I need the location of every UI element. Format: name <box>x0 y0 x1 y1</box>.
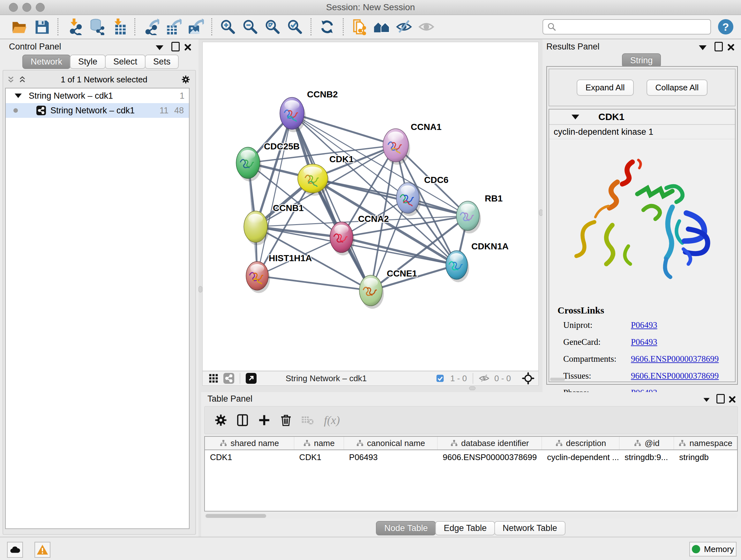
zoom-selected-button[interactable] <box>286 17 304 36</box>
crosslink-link[interactable]: P06493 <box>631 320 657 337</box>
import-network-from-database-button[interactable] <box>87 17 106 36</box>
first-neighbors-button[interactable] <box>373 17 391 36</box>
bottom-splitter-handle[interactable] <box>469 386 475 390</box>
warnings-button[interactable] <box>35 542 51 558</box>
copy-document-button[interactable] <box>350 17 368 36</box>
zoom-out-button[interactable] <box>241 17 259 36</box>
tab-network-table[interactable]: Network Table <box>494 521 565 536</box>
open-session-button[interactable] <box>10 17 29 36</box>
collection-expand-icon[interactable] <box>15 94 22 98</box>
gene-section-header[interactable]: CDK1 <box>549 110 735 125</box>
table-cell[interactable]: P06493 <box>344 450 437 464</box>
network-graph[interactable]: CCNB2CCNA1CDC25BCDK1CDC6RB1CCNB1CCNA2CDK… <box>203 42 538 371</box>
save-session-button[interactable] <box>32 17 51 36</box>
control-panel-menu-icon[interactable] <box>155 43 164 52</box>
column-header-shared-name[interactable]: shared name <box>205 437 294 449</box>
tab-edge-table[interactable]: Edge Table <box>435 521 495 536</box>
selected-checkbox-icon[interactable] <box>434 372 447 384</box>
column-header-namespace[interactable]: namespace <box>674 437 737 449</box>
cloud-button[interactable] <box>7 542 23 558</box>
tab-select[interactable]: Select <box>105 55 145 69</box>
import-network-from-file-button[interactable] <box>65 17 83 36</box>
column-header-description[interactable]: description <box>542 437 619 449</box>
search-input[interactable] <box>556 22 706 32</box>
table-panel-float-icon[interactable] <box>716 394 725 403</box>
edge-CCNB2-CCNE1[interactable] <box>292 113 371 291</box>
column-header-database-identifier[interactable]: database identifier <box>437 437 542 449</box>
node-CCNA2[interactable] <box>330 222 354 255</box>
create-column-plus-icon[interactable] <box>256 412 273 429</box>
tab-network[interactable]: Network <box>22 55 71 69</box>
network-overview-icon[interactable] <box>222 372 235 384</box>
export-table-button[interactable] <box>164 17 183 36</box>
refresh-button[interactable] <box>318 17 336 36</box>
control-panel-close-icon[interactable] <box>183 43 192 52</box>
detach-view-icon[interactable] <box>245 372 258 384</box>
edge-HIST1H1A-CCNE1[interactable] <box>257 276 371 291</box>
node-HIST1H1A[interactable] <box>246 261 270 293</box>
table-panel-close-icon[interactable] <box>728 395 737 404</box>
collapse-all-button[interactable]: Collapse All <box>647 79 708 96</box>
node-CDK1[interactable] <box>298 164 329 196</box>
table-cell[interactable]: stringdb <box>674 450 737 464</box>
zoom-fit-button[interactable] <box>263 17 282 36</box>
tab-style[interactable]: Style <box>70 55 106 69</box>
table-cell[interactable]: stringdb:9... <box>619 450 674 464</box>
edge-CCNB2-HIST1H1A[interactable] <box>257 113 292 276</box>
column-type-icon <box>450 439 458 447</box>
crosslink-link[interactable]: 9606.ENSP00000378699 <box>631 354 719 371</box>
table-row[interactable]: CDK1CDK1P064939606.ENSP00000378699cyclin… <box>205 450 737 464</box>
table-cell[interactable]: 9606.ENSP00000378699 <box>437 450 542 464</box>
help-button[interactable]: ? <box>718 19 733 35</box>
network-collection-row[interactable]: String Network – cdk1 1 <box>6 88 189 103</box>
search-box[interactable] <box>542 19 711 35</box>
results-panel-float-icon[interactable] <box>714 42 723 51</box>
node-CCNB2[interactable] <box>280 98 306 132</box>
gene-collapse-icon[interactable] <box>571 115 579 119</box>
table-cell[interactable]: CDK1 <box>294 450 344 464</box>
tab-node-table[interactable]: Node Table <box>376 521 436 536</box>
zoom-in-button[interactable] <box>219 17 237 36</box>
network-canvas[interactable]: CCNB2CCNA1CDC25BCDK1CDC6RB1CCNB1CCNA2CDK… <box>202 42 539 371</box>
fit-selected-target-icon[interactable] <box>522 372 535 384</box>
tab-string[interactable]: String <box>622 53 661 68</box>
column-header-@id[interactable]: @id <box>619 437 674 449</box>
export-network-button[interactable] <box>142 17 160 36</box>
node-CDKN1A[interactable] <box>446 251 469 282</box>
expand-all-networks-icon[interactable] <box>6 75 15 84</box>
edge-CCNB2-CCNA1[interactable] <box>292 113 396 145</box>
network-options-gear-icon[interactable] <box>181 75 190 84</box>
table-horizontal-scrollbar[interactable] <box>204 513 738 518</box>
node-label-RB1: RB1 <box>485 193 502 203</box>
column-header-name[interactable]: name <box>294 437 344 449</box>
delete-column-trash-icon[interactable] <box>277 412 294 429</box>
table-cell[interactable]: cyclin-dependent ... <box>542 450 619 464</box>
memory-button[interactable]: Memory <box>689 542 737 557</box>
import-table-from-file-button[interactable] <box>110 17 128 36</box>
node-table[interactable]: shared namenamecanonical namedatabase id… <box>204 436 738 511</box>
show-columns-icon[interactable] <box>234 412 251 429</box>
table-panel-menu-icon[interactable] <box>702 395 711 404</box>
crosslink-link[interactable]: 9606.ENSP00000378699 <box>631 371 719 388</box>
tab-sets[interactable]: Sets <box>145 55 179 69</box>
birds-eye-view-icon[interactable] <box>207 372 220 384</box>
node-RB1[interactable] <box>456 201 481 233</box>
column-header-canonical-name[interactable]: canonical name <box>344 437 437 449</box>
results-panel-menu-icon[interactable] <box>698 43 707 52</box>
collapse-all-networks-icon[interactable] <box>18 75 27 84</box>
expand-all-button[interactable]: Expand All <box>577 79 634 96</box>
table-cell[interactable]: CDK1 <box>205 450 294 464</box>
control-panel-float-icon[interactable] <box>171 42 180 51</box>
results-panel-close-icon[interactable] <box>726 43 735 52</box>
hidden-eye-icon[interactable] <box>478 372 490 384</box>
node-CCNE1[interactable] <box>359 275 384 309</box>
network-row[interactable]: String Network – cdk1 11 48 <box>6 103 189 118</box>
table-scrollbar-thumb[interactable] <box>205 514 266 518</box>
hide-selected-button[interactable] <box>395 17 413 36</box>
node-CCNB1[interactable] <box>244 211 269 245</box>
results-scrollbar-thumb[interactable] <box>550 378 565 381</box>
left-splitter-handle[interactable] <box>199 286 202 293</box>
crosslink-link[interactable]: P06493 <box>631 337 657 354</box>
table-options-gear-icon[interactable] <box>212 412 229 429</box>
export-image-button[interactable] <box>186 17 205 36</box>
